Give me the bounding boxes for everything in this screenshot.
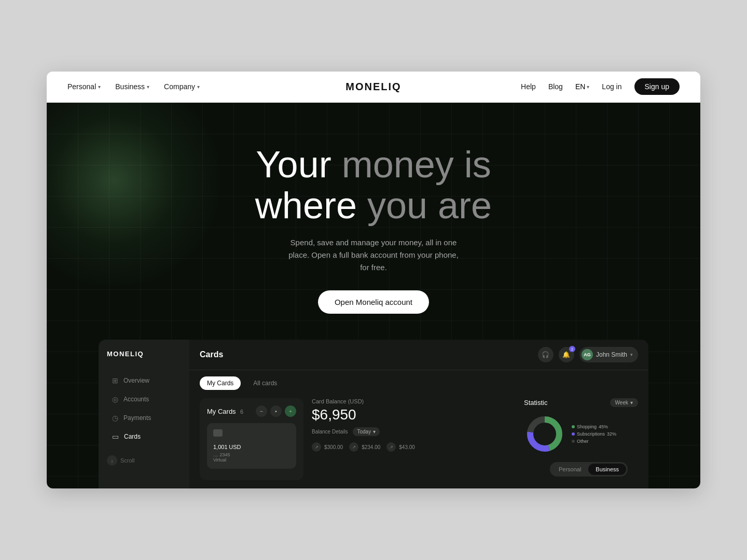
chevron-down-icon: ▾	[630, 352, 633, 357]
sidebar-item-accounts[interactable]: ◎ Accounts	[107, 391, 181, 408]
card-last4: .... 2345	[213, 452, 290, 457]
notification-button[interactable]: 🔔 2	[559, 347, 574, 362]
hero-title-line2: where you are	[255, 185, 492, 226]
chevron-down-icon: ▾	[373, 429, 376, 435]
scroll-label: Scroll	[120, 457, 135, 464]
signup-button[interactable]: Sign up	[634, 78, 680, 95]
tab-all-cards[interactable]: All cards	[246, 376, 284, 390]
balance-date-selector[interactable]: Today ▾	[353, 427, 380, 436]
headphone-icon: 🎧	[542, 351, 549, 358]
toggle-personal[interactable]: Personal	[551, 464, 588, 475]
minus-button[interactable]: −	[256, 405, 267, 417]
nav-company[interactable]: Company ▾	[164, 82, 200, 91]
nav-business-label: Business	[115, 82, 145, 91]
statistic-panel: Statistic Week ▾	[524, 398, 638, 480]
my-cards-panel: My Cards 6 − • + 1,	[200, 398, 303, 480]
transaction-item: ↗ $43.00	[386, 442, 415, 452]
account-type-toggle: Personal Business	[550, 462, 628, 477]
chevron-down-icon: ▾	[630, 400, 633, 405]
chevron-down-icon: ▾	[147, 84, 149, 90]
dashboard-preview: MONELIQ ⊞ Overview ◎ Accounts ◷ Payments…	[99, 340, 648, 488]
legend-value: 32%	[607, 431, 616, 437]
balance-amount: $6,950	[312, 407, 516, 423]
hero-content: Your money is where you are Spend, save …	[67, 134, 680, 340]
site-logo: MONELIQ	[345, 81, 401, 93]
grid-icon: ⊞	[112, 376, 118, 385]
nav-left: Personal ▾ Business ▾ Company ▾	[67, 82, 200, 91]
page-title: Cards	[200, 350, 223, 359]
dashboard-sidebar: MONELIQ ⊞ Overview ◎ Accounts ◷ Payments…	[99, 340, 189, 488]
stat-period-label: Week	[615, 400, 628, 405]
hero-title: Your money is where you are	[67, 144, 680, 226]
login-button[interactable]: Log in	[602, 82, 621, 91]
sidebar-item-cards[interactable]: ▭ Cards	[107, 428, 181, 445]
my-cards-header: My Cards 6 − • +	[207, 405, 296, 417]
stat-title: Statistic	[524, 399, 548, 407]
nav-personal-label: Personal	[67, 82, 96, 91]
tx-amount: $234.00	[362, 444, 380, 450]
scroll-indicator: ↓ Scroll	[107, 455, 181, 466]
sidebar-label-cards: Cards	[124, 433, 141, 440]
legend-value: 45%	[599, 424, 608, 429]
card-amount-value: 1,001	[213, 444, 228, 450]
user-menu[interactable]: AG John Smith ▾	[579, 347, 638, 362]
avatar: AG	[582, 349, 593, 360]
legend-label: Subscriptions	[577, 431, 605, 437]
scroll-icon: ↓	[107, 455, 117, 466]
hero-cta-button[interactable]: Open Moneliq account	[318, 290, 429, 314]
bell-icon: 🔔	[562, 351, 570, 358]
tx-icon: ↗	[349, 442, 358, 452]
notification-badge: 2	[569, 346, 575, 352]
legend-other: Other	[572, 439, 616, 444]
card-currency: USD	[229, 444, 241, 450]
stat-header: Statistic Week ▾	[524, 398, 638, 407]
tx-amount: $300.00	[324, 444, 343, 450]
headphone-button[interactable]: 🎧	[538, 347, 554, 362]
balance-date-label: Today	[357, 429, 371, 435]
toggle-business[interactable]: Business	[588, 464, 626, 475]
transactions-list: ↗ $300.00 ↗ $234.00 ↗ $43.00	[312, 442, 516, 452]
nav-company-label: Company	[164, 82, 195, 91]
card-type: Virtual	[213, 457, 290, 463]
chevron-down-icon: ▾	[197, 84, 200, 90]
chevron-down-icon: ▾	[587, 84, 589, 90]
sidebar-label-accounts: Accounts	[123, 396, 149, 403]
dashboard-header: Cards 🎧 🔔 2 AG John Smith ▾	[189, 340, 648, 370]
sidebar-item-payments[interactable]: ◷ Payments	[107, 410, 181, 426]
legend-shopping: Shopping 45%	[572, 424, 616, 429]
add-card-button[interactable]: +	[285, 405, 296, 417]
sidebar-label-payments: Payments	[123, 414, 151, 422]
my-cards-title-group: My Cards 6	[207, 407, 243, 416]
stat-content: Shopping 45% Subscriptions 32%	[524, 413, 638, 457]
transaction-item: ↗ $300.00	[312, 442, 343, 452]
lang-label: EN	[575, 82, 585, 91]
help-link[interactable]: Help	[521, 82, 536, 91]
stat-period-selector[interactable]: Week ▾	[610, 398, 638, 407]
sidebar-label-overview: Overview	[123, 377, 149, 384]
legend-subscriptions: Subscriptions 32%	[572, 431, 616, 437]
sidebar-item-overview[interactable]: ⊞ Overview	[107, 372, 181, 389]
nav-business[interactable]: Business ▾	[115, 82, 149, 91]
my-cards-title: My Cards	[207, 408, 236, 415]
donut-svg	[524, 413, 565, 455]
legend-dot	[572, 425, 575, 428]
card-item: 1,001 USD .... 2345 Virtual	[207, 423, 296, 469]
nav-personal[interactable]: Personal ▾	[67, 82, 101, 91]
language-selector[interactable]: EN ▾	[575, 82, 589, 91]
blog-link[interactable]: Blog	[548, 82, 563, 91]
hero-section: Your money is where you are Spend, save …	[47, 103, 700, 488]
accounts-icon: ◎	[112, 395, 118, 403]
my-cards-count: 6	[240, 409, 243, 415]
tab-my-cards[interactable]: My Cards	[200, 376, 241, 390]
transaction-item: ↗ $234.00	[349, 442, 380, 452]
legend-dot	[572, 440, 575, 443]
hero-subtitle: Spend, save and manage your money, all i…	[285, 236, 462, 274]
dashboard-main: Cards 🎧 🔔 2 AG John Smith ▾	[189, 340, 648, 488]
legend-label: Shopping	[577, 424, 597, 429]
card-tabs: My Cards All cards	[189, 370, 648, 390]
dots-button[interactable]: •	[270, 405, 282, 417]
balance-panel: Card Balance (USD) $6,950 Balance Detail…	[312, 398, 516, 480]
tx-icon: ↗	[386, 442, 396, 452]
legend-label: Other	[577, 439, 589, 444]
page-wrapper: Personal ▾ Business ▾ Company ▾ MONELIQ …	[47, 72, 700, 488]
